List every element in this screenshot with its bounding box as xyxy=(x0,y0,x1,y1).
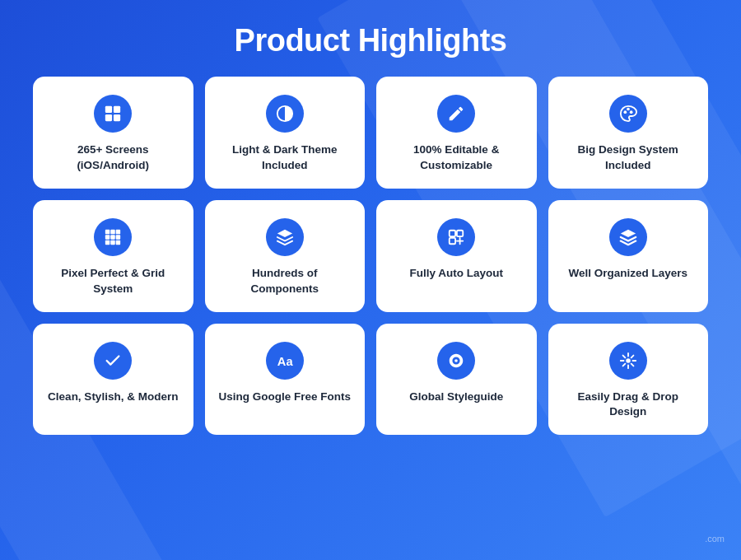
card-layers: Well Organized Layers xyxy=(548,200,709,312)
card-label-auto-layout: Fully Auto Layout xyxy=(410,266,504,282)
card-pixel-perfect: Pixel Perfect & Grid System xyxy=(33,200,193,312)
grid-icon xyxy=(94,218,132,256)
card-stylish: Clean, Stylish, & Modern xyxy=(33,324,193,436)
svg-rect-1 xyxy=(114,106,120,113)
watermark: .com xyxy=(705,534,725,544)
card-fonts: AaUsing Google Free Fonts xyxy=(205,324,366,436)
card-label-drag-drop: Easily Drag & Drop Design xyxy=(562,390,696,421)
svg-point-6 xyxy=(627,108,630,111)
svg-rect-11 xyxy=(105,235,110,240)
layout-icon xyxy=(437,218,475,256)
drag-icon xyxy=(609,342,647,380)
card-components: Hundreds of Components xyxy=(205,200,366,312)
svg-rect-8 xyxy=(105,230,110,235)
svg-point-7 xyxy=(630,110,633,114)
card-editable: 100% Editable & Customizable xyxy=(376,77,537,189)
svg-rect-14 xyxy=(105,240,110,245)
svg-rect-16 xyxy=(116,240,121,245)
card-label-screens: 265+ Screens (iOS/Android) xyxy=(46,142,180,174)
svg-point-22 xyxy=(626,358,631,363)
card-label-stylish: Clean, Stylish, & Modern xyxy=(48,390,178,405)
card-label-light-dark: Light & Dark Theme Included xyxy=(218,142,352,174)
card-label-pixel-perfect: Pixel Perfect & Grid System xyxy=(46,266,180,297)
page-title: Product Highlights xyxy=(235,23,507,58)
card-design-system: Big Design System Included xyxy=(548,77,709,189)
card-label-styleguide: Global Styleguide xyxy=(409,390,503,405)
svg-rect-3 xyxy=(114,114,120,121)
card-label-fonts: Using Google Free Fonts xyxy=(218,390,351,405)
card-screens: 265+ Screens (iOS/Android) xyxy=(33,77,193,189)
svg-rect-2 xyxy=(105,114,112,121)
svg-rect-13 xyxy=(116,235,121,240)
palette-icon xyxy=(609,95,647,133)
layers-icon xyxy=(609,218,647,256)
svg-rect-10 xyxy=(116,230,121,235)
svg-rect-17 xyxy=(450,231,455,236)
svg-rect-0 xyxy=(105,106,112,113)
svg-rect-19 xyxy=(450,238,455,244)
card-drag-drop: Easily Drag & Drop Design xyxy=(548,324,709,436)
svg-point-21 xyxy=(454,359,458,362)
svg-point-5 xyxy=(623,110,627,114)
svg-rect-15 xyxy=(111,240,116,245)
font-icon: Aa xyxy=(266,342,304,380)
components-icon xyxy=(266,218,304,256)
card-label-editable: 100% Editable & Customizable xyxy=(389,142,524,174)
card-label-components: Hundreds of Components xyxy=(218,266,352,297)
highlights-grid: 265+ Screens (iOS/Android)Light & Dark T… xyxy=(33,77,708,435)
svg-text:Aa: Aa xyxy=(277,354,294,367)
svg-rect-12 xyxy=(111,235,116,240)
card-light-dark: Light & Dark Theme Included xyxy=(205,77,366,189)
edit-icon xyxy=(437,95,475,133)
card-label-layers: Well Organized Layers xyxy=(568,266,687,282)
styleguide-icon xyxy=(437,342,475,380)
light-dark-icon xyxy=(266,95,304,133)
page-wrapper: Product Highlights 265+ Screens (iOS/And… xyxy=(0,0,741,451)
card-styleguide: Global Styleguide xyxy=(376,324,537,436)
svg-rect-18 xyxy=(457,231,463,236)
check-icon xyxy=(94,342,132,380)
svg-rect-9 xyxy=(111,230,116,235)
card-label-design-system: Big Design System Included xyxy=(562,142,696,174)
card-auto-layout: Fully Auto Layout xyxy=(376,200,537,312)
screens-icon xyxy=(94,95,132,133)
